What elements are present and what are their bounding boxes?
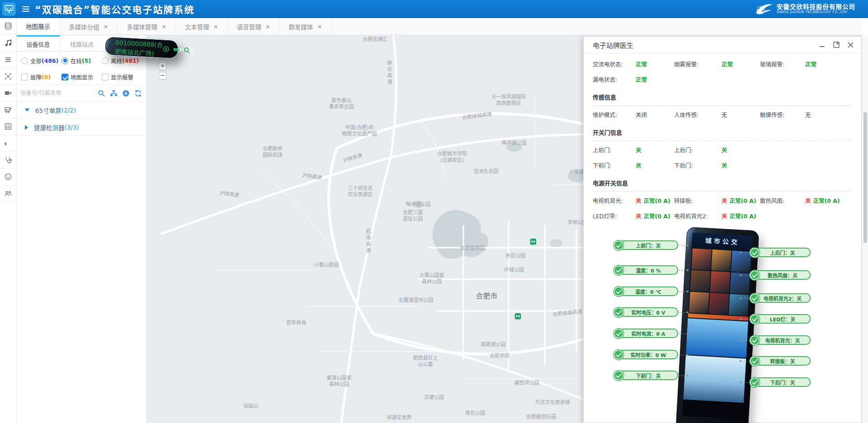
tab-item[interactable]: 文本管理× — [176, 18, 228, 35]
status-pill: 下后门：关 — [755, 377, 811, 387]
close-icon[interactable] — [847, 42, 854, 48]
connector-line — [679, 376, 687, 376]
radio-icon[interactable] — [61, 57, 68, 64]
tree-group-row[interactable]: 65寸单屏(2/2) — [17, 102, 146, 119]
metro-station-marker[interactable] — [515, 313, 521, 319]
radio-icon[interactable] — [21, 57, 28, 64]
panel-tab[interactable]: 线路站点 — [60, 35, 104, 51]
checkbox-filter[interactable]: 故障(0) — [21, 73, 61, 81]
status-row: LED灯带:关正常(0 A)电视机背光2:关正常(0 A) — [593, 208, 852, 223]
collage-cell — [711, 249, 731, 271]
checkbox-filter[interactable]: 地图显示 — [61, 73, 102, 81]
device-name: 0010000888(合肥南站北广场) — [115, 37, 163, 58]
status-value-part: 正常(0 A) — [730, 196, 756, 205]
bar-chart-icon[interactable] — [0, 118, 16, 135]
locate-icon[interactable] — [162, 46, 170, 53]
tree-group-row[interactable]: 健康检测器(3/3) — [17, 119, 146, 136]
radio-label: 全部 — [30, 56, 42, 65]
check-circle-icon — [750, 270, 760, 280]
doctor-panel-header: 电子站牌医生 — [584, 37, 861, 53]
company-swoosh-icon — [755, 2, 773, 16]
collage-cell — [710, 271, 731, 293]
stethoscope-icon[interactable] — [0, 152, 16, 169]
chevron-down-icon[interactable] — [25, 108, 29, 112]
team-icon[interactable] — [0, 185, 16, 202]
bus-add-icon[interactable] — [0, 102, 16, 118]
camera-icon[interactable] — [173, 46, 180, 53]
page-scrollbar-thumb[interactable] — [863, 112, 867, 243]
search-icon[interactable] — [98, 89, 105, 97]
search-device-icon[interactable] — [183, 47, 190, 54]
status-label: 下前门: — [593, 161, 636, 169]
status-value-part: 关 — [722, 161, 727, 169]
status-value-part: 无 — [805, 110, 811, 119]
check-circle-icon — [614, 240, 623, 250]
tab-item[interactable]: 多媒体管理× — [118, 18, 175, 35]
radio-filter[interactable]: 在线(5) — [61, 56, 102, 65]
collage-cell — [729, 294, 749, 315]
checkbox-filter[interactable]: 显示报警 — [102, 73, 142, 81]
pill-label: 散热风扇：关 — [768, 272, 797, 279]
status-value: 关闭 — [636, 110, 674, 119]
minimize-icon[interactable] — [819, 42, 826, 48]
tab-close-icon[interactable]: × — [317, 23, 322, 30]
status-label: 触摸传感: — [760, 110, 805, 119]
check-circle-icon — [614, 371, 623, 380]
check-circle-icon — [614, 287, 623, 296]
music-icon[interactable] — [0, 35, 16, 52]
checkbox-icon[interactable] — [102, 74, 108, 80]
sitemap-icon[interactable] — [110, 89, 118, 97]
page-scrollbar[interactable] — [862, 35, 868, 423]
metro-station-marker[interactable] — [530, 239, 536, 244]
status-value-part: 关 — [805, 196, 811, 205]
chevron-right-icon[interactable] — [25, 125, 28, 130]
smiley-icon[interactable] — [0, 169, 16, 185]
tab-item[interactable]: 地图展示 — [17, 18, 60, 35]
app-root: “双碳融合”智能公交电子站牌系统 安徽交欣科技股份有限公司 ANHUI JIAO… — [0, 0, 868, 423]
radio-filter[interactable]: 离线(481) — [102, 56, 142, 65]
checkbox-icon[interactable] — [61, 74, 68, 80]
map-zoom-in-button[interactable]: + — [159, 62, 166, 70]
checkbox-label: 显示报警 — [111, 73, 133, 81]
radio-filter[interactable]: 全部(486) — [21, 56, 61, 65]
checkbox-label: 地图显示 — [71, 73, 93, 81]
pill-label: 下后门：关 — [770, 379, 795, 386]
panel-tab[interactable]: 设备信息 — [17, 35, 60, 51]
menu-toggle-icon[interactable] — [22, 6, 29, 12]
tab-close-icon[interactable]: × — [213, 23, 218, 30]
menu-icon[interactable] — [0, 52, 16, 68]
video-camera-icon[interactable] — [0, 85, 16, 102]
cloud-upload-icon[interactable] — [0, 135, 16, 152]
tab-close-icon[interactable]: × — [161, 23, 166, 30]
device-media-image-2 — [683, 355, 746, 403]
close-box-icon[interactable] — [0, 68, 16, 85]
check-circle-icon — [750, 335, 760, 345]
checkbox-icon[interactable] — [21, 74, 28, 80]
status-label: 电视机背光2: — [674, 212, 722, 220]
check-circle-icon — [614, 265, 623, 275]
status-value: 无 — [722, 110, 760, 119]
tab-close-icon[interactable]: × — [104, 23, 108, 30]
status-value-part: 正常 — [805, 60, 816, 68]
status-label: 下后门: — [674, 161, 722, 169]
tab-item[interactable]: 语音管理× — [228, 18, 280, 35]
tab-item[interactable]: 群发媒体× — [280, 18, 332, 35]
tree-group-count: (3/3) — [65, 124, 79, 131]
status-label: 漏电状态: — [593, 75, 636, 84]
radio-icon[interactable] — [102, 57, 108, 64]
tab-item[interactable]: 多媒体分组× — [60, 18, 118, 35]
pill-label: 电视机背光：关 — [765, 337, 800, 344]
maximize-icon[interactable] — [833, 41, 840, 48]
radio-label: 离线 — [111, 56, 122, 65]
download-icon[interactable] — [122, 89, 130, 97]
status-value-part: 正常 — [636, 75, 647, 84]
status-value: 关 — [722, 161, 760, 169]
map-zoom-out-button[interactable]: − — [159, 72, 166, 80]
device-tree: 65寸单屏(2/2)0000000010(合肥火车站)0010000888(合肥… — [17, 102, 146, 136]
status-value: 无 — [805, 110, 852, 119]
device-search-input[interactable] — [20, 90, 95, 96]
database-icon[interactable] — [0, 18, 16, 35]
tab-close-icon[interactable]: × — [265, 23, 270, 30]
tab-label: 多媒体分组 — [69, 22, 99, 31]
refresh-icon[interactable] — [134, 89, 142, 97]
